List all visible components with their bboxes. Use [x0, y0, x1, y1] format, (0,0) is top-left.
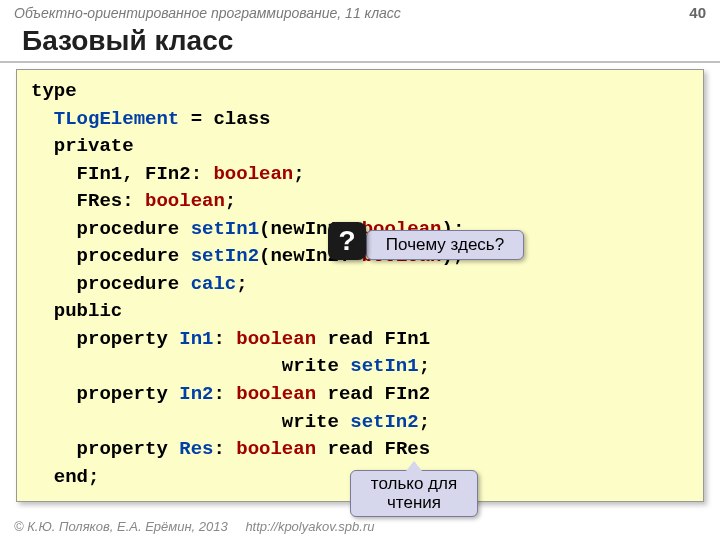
question-icon: ? [328, 222, 366, 260]
code-semi: ; [419, 355, 430, 377]
code-colon: : [213, 438, 236, 460]
code-read: read FRes [316, 438, 430, 460]
code-setin2: setIn2 [350, 411, 418, 433]
code-write: write [282, 355, 350, 377]
code-write: write [282, 411, 350, 433]
code-res: Res [179, 438, 213, 460]
footer-url: http://kpolyakov.spb.ru [245, 519, 374, 534]
code-proc: procedure [77, 245, 191, 267]
code-calc: calc [191, 273, 237, 295]
code-kw-public: public [54, 300, 122, 322]
code-bool: boolean [236, 438, 316, 460]
code-proc: procedure [77, 273, 191, 295]
code-in1: In1 [179, 328, 213, 350]
code-bool: boolean [213, 163, 293, 185]
code-setin1: setIn1 [191, 218, 259, 240]
header-bar: Объектно-ориентированное программировани… [0, 0, 720, 23]
code-setin1: setIn1 [350, 355, 418, 377]
code-colon: : [213, 328, 236, 350]
code-in2: In2 [179, 383, 213, 405]
callout-why-here: Почему здесь? [366, 230, 524, 260]
code-read: read FIn1 [316, 328, 430, 350]
code-proc: procedure [77, 218, 191, 240]
code-setin2: setIn2 [191, 245, 259, 267]
code-end: end; [54, 466, 100, 488]
course-name: Объектно-ориентированное программировани… [14, 5, 401, 21]
code-colon: : [213, 383, 236, 405]
code-eq-class: = class [179, 108, 270, 130]
code-semi: ; [236, 273, 247, 295]
slide-title: Базовый класс [0, 23, 720, 61]
code-property: property [77, 383, 180, 405]
code-bool: boolean [236, 328, 316, 350]
code-property: property [77, 438, 180, 460]
footer-copyright: © К.Ю. Поляков, Е.А. Ерёмин, 2013 [14, 519, 228, 534]
code-semi: ; [293, 163, 304, 185]
title-underline [0, 61, 720, 63]
page-number: 40 [689, 4, 706, 21]
code-read: read FIn2 [316, 383, 430, 405]
code-semi: ; [225, 190, 236, 212]
code-kw-private: private [54, 135, 134, 157]
callout-readonly: только для чтения [350, 470, 478, 517]
code-semi: ; [419, 411, 430, 433]
code-classname: TLogElement [54, 108, 179, 130]
code-bool: boolean [236, 383, 316, 405]
code-property: property [77, 328, 180, 350]
code-block: type TLogElement = class private FIn1, F… [16, 69, 704, 502]
code-bool: boolean [145, 190, 225, 212]
code-fin-decl: FIn1, FIn2: [77, 163, 214, 185]
code-fres-decl: FRes: [77, 190, 145, 212]
footer: © К.Ю. Поляков, Е.А. Ерёмин, 2013 http:/… [14, 519, 374, 534]
code-kw-type: type [31, 80, 77, 102]
